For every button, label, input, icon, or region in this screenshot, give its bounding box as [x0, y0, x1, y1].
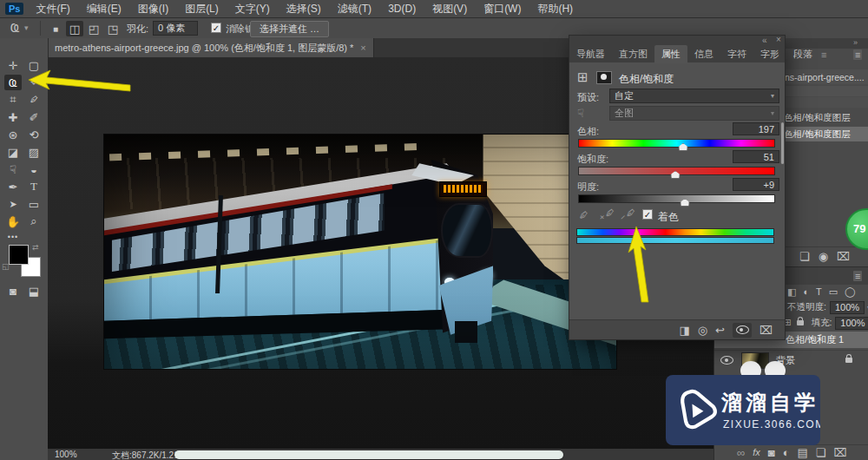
targeted-adjustment-hand-icon[interactable]: ☟: [577, 108, 584, 119]
delete-layer-icon[interactable]: ⌧: [834, 447, 847, 458]
edit-toolbar-icon[interactable]: •••: [4, 229, 22, 245]
quick-mask-icon[interactable]: ◙: [4, 283, 22, 299]
new-document-from-state-icon[interactable]: ❏: [799, 251, 810, 262]
menu-item-image[interactable]: 图像(I): [138, 2, 168, 16]
new-layer-icon[interactable]: ❏: [816, 447, 826, 458]
menu-item-3d[interactable]: 3D(D): [388, 3, 416, 15]
panel-close-icon[interactable]: ×: [776, 35, 781, 44]
menu-item-file[interactable]: 文件(F): [36, 2, 69, 16]
lasso-tool-preset-icon[interactable]: Ҩ: [10, 22, 20, 34]
menu-item-help[interactable]: 帮助(H): [537, 2, 573, 16]
menu-item-filter[interactable]: 滤镜(T): [338, 2, 372, 16]
selection-mode-subtract-icon[interactable]: ◰: [85, 21, 102, 36]
feather-input[interactable]: 0 像素: [153, 21, 198, 36]
hue-slider[interactable]: [578, 139, 775, 148]
smudge-tool[interactable]: ☟: [4, 161, 22, 177]
dodge-tool[interactable]: ◒: [25, 161, 43, 177]
tab-properties[interactable]: 属性: [654, 45, 687, 63]
tab-info[interactable]: 信息: [687, 45, 720, 63]
reset-adjustment-icon[interactable]: ↩: [715, 325, 725, 336]
crop-tool[interactable]: ⌗: [4, 92, 22, 108]
new-group-folder-icon[interactable]: ▤: [798, 447, 808, 458]
toggle-visibility-button[interactable]: [733, 323, 752, 338]
gradient-tool[interactable]: ▨: [25, 144, 43, 160]
clip-to-layer-icon[interactable]: ◨: [679, 325, 689, 336]
filter-toggle-icon[interactable]: ◯: [845, 287, 855, 297]
eyedropper-sample-icon[interactable]: ✑: [575, 207, 591, 223]
select-and-mask-button[interactable]: 选择并遮住 …: [250, 21, 329, 37]
properties-panel-menu-icon[interactable]: ≡: [821, 49, 826, 60]
layers-panel-menu-icon[interactable]: ≡: [853, 271, 862, 281]
fill-value[interactable]: 100%: [835, 317, 868, 330]
filter-pixel-layers-icon[interactable]: ◧: [787, 287, 796, 297]
clone-stamp-tool[interactable]: ⊛: [4, 127, 22, 142]
history-panel-menu-icon[interactable]: ≡: [853, 49, 862, 60]
opacity-value[interactable]: 100%: [830, 301, 865, 314]
layer-row-background[interactable]: 背景: [714, 350, 868, 370]
eyedropper-add-icon[interactable]: ✑₊: [597, 205, 617, 225]
menu-item-window[interactable]: 窗口(W): [483, 2, 521, 16]
link-layers-icon[interactable]: ∞: [737, 447, 745, 458]
eyedropper-subtract-icon[interactable]: ✑₋: [618, 205, 638, 225]
lasso-tool[interactable]: Ҩ: [4, 75, 22, 90]
foreground-color-swatch[interactable]: [9, 245, 29, 265]
document-tab-close-icon[interactable]: ×: [360, 43, 365, 53]
layer-visibility-eye-icon[interactable]: [720, 356, 733, 365]
history-brush-tool[interactable]: ⟲: [25, 127, 43, 142]
tab-glyphs[interactable]: 字形: [753, 45, 786, 63]
new-snapshot-icon[interactable]: ◉: [819, 251, 828, 262]
selection-mode-new-icon[interactable]: ■: [47, 21, 64, 36]
selection-mode-add-icon[interactable]: ◫: [66, 21, 83, 36]
layer-style-fx-icon[interactable]: fx: [753, 448, 760, 457]
lock-icon[interactable]: [797, 320, 804, 325]
eraser-tool[interactable]: ◪: [4, 144, 22, 160]
healing-brush-tool[interactable]: ✚: [4, 109, 22, 125]
hand-tool[interactable]: ✋: [4, 214, 22, 229]
filter-adjustment-layers-icon[interactable]: ◐: [803, 287, 809, 297]
panel-collapse-icon[interactable]: «: [762, 36, 767, 45]
tab-navigator[interactable]: 导航器: [569, 45, 612, 63]
tab-paragraph[interactable]: 段落: [786, 45, 819, 63]
menu-item-view[interactable]: 视图(V): [432, 2, 467, 16]
add-layer-mask-icon[interactable]: ◙: [768, 447, 775, 458]
saturation-value[interactable]: 51: [733, 150, 779, 163]
hue-value[interactable]: 197: [733, 122, 779, 135]
dock-collapse-icon[interactable]: »: [853, 38, 858, 47]
view-previous-state-icon[interactable]: ◎: [698, 325, 707, 336]
marquee-tool[interactable]: ▢: [25, 57, 43, 73]
zoom-tool[interactable]: ⌕: [25, 214, 43, 229]
tab-histogram[interactable]: 直方图: [612, 45, 654, 63]
swap-colors-icon[interactable]: ⇄: [32, 243, 39, 252]
move-tool[interactable]: ✛: [4, 57, 22, 73]
tab-character[interactable]: 字符: [720, 45, 753, 63]
brush-tool[interactable]: ✐: [25, 109, 43, 125]
menu-item-type[interactable]: 文字(Y): [235, 2, 270, 16]
delete-adjustment-icon[interactable]: ⌧: [760, 325, 773, 336]
panel-scrollbar[interactable]: [781, 122, 784, 164]
menu-item-layer[interactable]: 图层(L): [185, 2, 219, 16]
menu-item-select[interactable]: 选择(S): [286, 2, 321, 16]
pen-tool[interactable]: ✒: [4, 179, 22, 194]
shape-tool[interactable]: ▭: [25, 196, 43, 212]
document-tab[interactable]: metro-athens-airport-greece.jpg @ 100% (…: [48, 38, 374, 57]
tool-preset-chevron-icon[interactable]: ▾: [24, 23, 29, 32]
canvas-image[interactable]: [104, 135, 616, 369]
path-selection-tool[interactable]: ➤: [4, 196, 22, 212]
zoom-level[interactable]: 100%: [55, 450, 77, 459]
selection-mode-intersect-icon[interactable]: ◳: [104, 21, 122, 36]
lightness-slider[interactable]: [578, 194, 775, 203]
new-adjustment-layer-icon[interactable]: ◐: [783, 447, 790, 458]
colorize-checkbox[interactable]: ✓: [642, 209, 653, 220]
filter-shape-layers-icon[interactable]: ▭: [829, 287, 838, 297]
channel-select[interactable]: 全图 ▾: [609, 106, 779, 121]
eyedropper-tool[interactable]: ✑: [23, 89, 46, 112]
screen-mode-icon[interactable]: ⬓: [25, 283, 43, 299]
antialias-checkbox[interactable]: ✓: [211, 23, 221, 33]
preset-select[interactable]: 自定 ▾: [609, 89, 779, 103]
menu-item-edit[interactable]: 编辑(E): [87, 2, 122, 16]
type-tool[interactable]: T: [25, 179, 43, 194]
filter-type-layers-icon[interactable]: T: [816, 287, 822, 297]
delete-state-icon[interactable]: ⌧: [837, 251, 850, 262]
lightness-value[interactable]: +9: [733, 178, 779, 191]
horizontal-scrollbar[interactable]: [174, 450, 563, 459]
